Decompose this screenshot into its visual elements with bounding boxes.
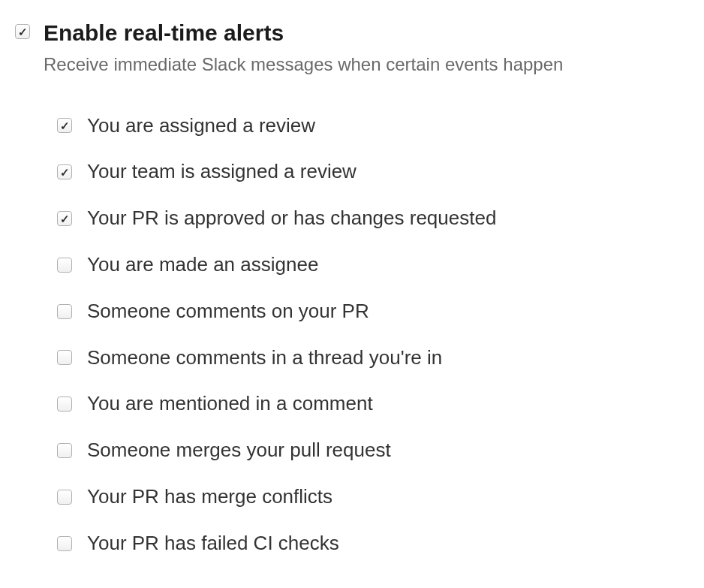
option-row: Someone comments in a thread you're in [57,345,689,371]
option-checkbox-merge-conflicts[interactable] [57,490,72,505]
option-checkbox-made-assignee[interactable] [57,258,72,273]
option-label: Your PR has merge conflicts [87,484,332,510]
option-label: Someone merges your pull request [87,438,391,463]
option-label: You are mentioned in a comment [87,391,373,417]
option-row: Someone merges your pull request [57,438,689,463]
option-label: Your team is assigned a review [87,159,357,185]
option-checkbox-comments-on-pr[interactable] [57,304,72,319]
enable-alerts-checkbox-wrap [15,18,30,39]
option-row: Your PR has failed CI checks [57,531,689,556]
option-checkbox-merges-pr[interactable] [57,443,72,458]
option-row: Your PR is approved or has changes reque… [57,206,689,231]
option-checkbox-mentioned-in-comment[interactable] [57,397,72,412]
option-checkbox-comments-in-thread[interactable] [57,350,72,365]
enable-alerts-checkbox[interactable] [15,24,30,39]
option-row: Someone comments on your PR [57,299,689,324]
header-text: Enable real-time alerts Receive immediat… [44,18,563,77]
option-row: You are assigned a review [57,113,689,139]
option-row: Your PR has merge conflicts [57,484,689,510]
option-checkbox-assigned-review[interactable] [57,118,72,133]
option-checkbox-pr-approved-or-changes[interactable] [57,211,72,226]
option-row: You are mentioned in a comment [57,391,689,417]
option-label: You are made an assignee [87,252,318,278]
option-row: Your team is assigned a review [57,159,689,185]
header-subtitle: Receive immediate Slack messages when ce… [44,52,563,77]
option-label: Your PR has failed CI checks [87,531,339,556]
header-title: Enable real-time alerts [44,18,563,47]
option-label: Someone comments on your PR [87,299,369,324]
header-section: Enable real-time alerts Receive immediat… [15,18,689,77]
option-label: Your PR is approved or has changes reque… [87,206,496,231]
alert-options-list: You are assigned a review Your team is a… [15,113,689,556]
option-checkbox-team-assigned-review[interactable] [57,164,72,179]
option-label: You are assigned a review [87,113,315,139]
option-checkbox-failed-ci[interactable] [57,536,72,551]
option-row: You are made an assignee [57,252,689,278]
option-label: Someone comments in a thread you're in [87,345,442,371]
